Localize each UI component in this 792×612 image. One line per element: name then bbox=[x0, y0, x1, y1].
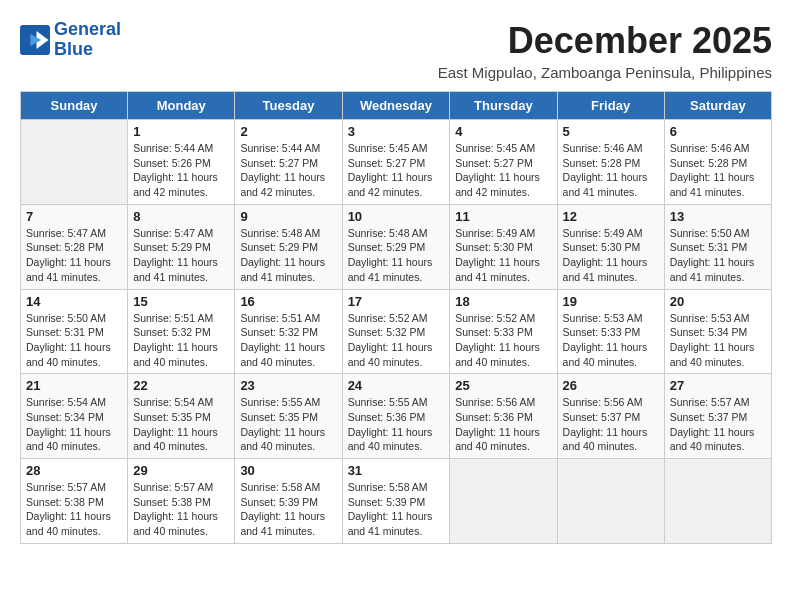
calendar-cell: 21Sunrise: 5:54 AM Sunset: 5:34 PM Dayli… bbox=[21, 374, 128, 459]
column-header-sunday: Sunday bbox=[21, 92, 128, 120]
day-info: Sunrise: 5:52 AM Sunset: 5:33 PM Dayligh… bbox=[455, 311, 551, 370]
day-number: 16 bbox=[240, 294, 336, 309]
calendar-table: SundayMondayTuesdayWednesdayThursdayFrid… bbox=[20, 91, 772, 544]
day-info: Sunrise: 5:57 AM Sunset: 5:38 PM Dayligh… bbox=[26, 480, 122, 539]
calendar-cell: 25Sunrise: 5:56 AM Sunset: 5:36 PM Dayli… bbox=[450, 374, 557, 459]
day-info: Sunrise: 5:51 AM Sunset: 5:32 PM Dayligh… bbox=[240, 311, 336, 370]
calendar-cell: 24Sunrise: 5:55 AM Sunset: 5:36 PM Dayli… bbox=[342, 374, 450, 459]
day-number: 1 bbox=[133, 124, 229, 139]
calendar-cell bbox=[21, 120, 128, 205]
day-info: Sunrise: 5:55 AM Sunset: 5:36 PM Dayligh… bbox=[348, 395, 445, 454]
calendar-cell: 7Sunrise: 5:47 AM Sunset: 5:28 PM Daylig… bbox=[21, 204, 128, 289]
day-number: 13 bbox=[670, 209, 766, 224]
day-info: Sunrise: 5:55 AM Sunset: 5:35 PM Dayligh… bbox=[240, 395, 336, 454]
day-number: 23 bbox=[240, 378, 336, 393]
day-number: 15 bbox=[133, 294, 229, 309]
day-info: Sunrise: 5:50 AM Sunset: 5:31 PM Dayligh… bbox=[26, 311, 122, 370]
calendar-cell: 10Sunrise: 5:48 AM Sunset: 5:29 PM Dayli… bbox=[342, 204, 450, 289]
day-info: Sunrise: 5:47 AM Sunset: 5:29 PM Dayligh… bbox=[133, 226, 229, 285]
calendar-cell: 11Sunrise: 5:49 AM Sunset: 5:30 PM Dayli… bbox=[450, 204, 557, 289]
calendar-cell: 15Sunrise: 5:51 AM Sunset: 5:32 PM Dayli… bbox=[128, 289, 235, 374]
day-info: Sunrise: 5:46 AM Sunset: 5:28 PM Dayligh… bbox=[670, 141, 766, 200]
day-info: Sunrise: 5:52 AM Sunset: 5:32 PM Dayligh… bbox=[348, 311, 445, 370]
day-number: 24 bbox=[348, 378, 445, 393]
day-number: 28 bbox=[26, 463, 122, 478]
calendar-cell bbox=[557, 459, 664, 544]
day-info: Sunrise: 5:48 AM Sunset: 5:29 PM Dayligh… bbox=[240, 226, 336, 285]
calendar-cell: 3Sunrise: 5:45 AM Sunset: 5:27 PM Daylig… bbox=[342, 120, 450, 205]
column-header-tuesday: Tuesday bbox=[235, 92, 342, 120]
day-info: Sunrise: 5:49 AM Sunset: 5:30 PM Dayligh… bbox=[563, 226, 659, 285]
logo-icon bbox=[20, 25, 50, 55]
day-number: 31 bbox=[348, 463, 445, 478]
calendar-cell: 1Sunrise: 5:44 AM Sunset: 5:26 PM Daylig… bbox=[128, 120, 235, 205]
calendar-cell bbox=[450, 459, 557, 544]
calendar-cell: 14Sunrise: 5:50 AM Sunset: 5:31 PM Dayli… bbox=[21, 289, 128, 374]
column-header-thursday: Thursday bbox=[450, 92, 557, 120]
calendar-cell: 8Sunrise: 5:47 AM Sunset: 5:29 PM Daylig… bbox=[128, 204, 235, 289]
column-header-monday: Monday bbox=[128, 92, 235, 120]
day-info: Sunrise: 5:54 AM Sunset: 5:35 PM Dayligh… bbox=[133, 395, 229, 454]
day-number: 6 bbox=[670, 124, 766, 139]
day-info: Sunrise: 5:58 AM Sunset: 5:39 PM Dayligh… bbox=[240, 480, 336, 539]
day-number: 2 bbox=[240, 124, 336, 139]
calendar-cell bbox=[664, 459, 771, 544]
day-info: Sunrise: 5:51 AM Sunset: 5:32 PM Dayligh… bbox=[133, 311, 229, 370]
day-info: Sunrise: 5:47 AM Sunset: 5:28 PM Dayligh… bbox=[26, 226, 122, 285]
calendar-cell: 31Sunrise: 5:58 AM Sunset: 5:39 PM Dayli… bbox=[342, 459, 450, 544]
calendar-cell: 16Sunrise: 5:51 AM Sunset: 5:32 PM Dayli… bbox=[235, 289, 342, 374]
day-number: 12 bbox=[563, 209, 659, 224]
day-number: 8 bbox=[133, 209, 229, 224]
calendar-cell: 23Sunrise: 5:55 AM Sunset: 5:35 PM Dayli… bbox=[235, 374, 342, 459]
calendar-cell: 2Sunrise: 5:44 AM Sunset: 5:27 PM Daylig… bbox=[235, 120, 342, 205]
column-header-friday: Friday bbox=[557, 92, 664, 120]
day-info: Sunrise: 5:48 AM Sunset: 5:29 PM Dayligh… bbox=[348, 226, 445, 285]
calendar-cell: 17Sunrise: 5:52 AM Sunset: 5:32 PM Dayli… bbox=[342, 289, 450, 374]
day-number: 21 bbox=[26, 378, 122, 393]
day-info: Sunrise: 5:53 AM Sunset: 5:33 PM Dayligh… bbox=[563, 311, 659, 370]
day-info: Sunrise: 5:54 AM Sunset: 5:34 PM Dayligh… bbox=[26, 395, 122, 454]
logo-text: General Blue bbox=[54, 20, 121, 60]
week-row-1: 1Sunrise: 5:44 AM Sunset: 5:26 PM Daylig… bbox=[21, 120, 772, 205]
logo: General Blue bbox=[20, 20, 121, 60]
day-info: Sunrise: 5:53 AM Sunset: 5:34 PM Dayligh… bbox=[670, 311, 766, 370]
day-number: 7 bbox=[26, 209, 122, 224]
day-number: 10 bbox=[348, 209, 445, 224]
day-number: 3 bbox=[348, 124, 445, 139]
day-number: 30 bbox=[240, 463, 336, 478]
calendar-header-row: SundayMondayTuesdayWednesdayThursdayFrid… bbox=[21, 92, 772, 120]
calendar-cell: 12Sunrise: 5:49 AM Sunset: 5:30 PM Dayli… bbox=[557, 204, 664, 289]
day-info: Sunrise: 5:46 AM Sunset: 5:28 PM Dayligh… bbox=[563, 141, 659, 200]
day-info: Sunrise: 5:49 AM Sunset: 5:30 PM Dayligh… bbox=[455, 226, 551, 285]
day-info: Sunrise: 5:44 AM Sunset: 5:26 PM Dayligh… bbox=[133, 141, 229, 200]
calendar-cell: 27Sunrise: 5:57 AM Sunset: 5:37 PM Dayli… bbox=[664, 374, 771, 459]
calendar-cell: 9Sunrise: 5:48 AM Sunset: 5:29 PM Daylig… bbox=[235, 204, 342, 289]
day-number: 22 bbox=[133, 378, 229, 393]
day-info: Sunrise: 5:44 AM Sunset: 5:27 PM Dayligh… bbox=[240, 141, 336, 200]
day-info: Sunrise: 5:57 AM Sunset: 5:37 PM Dayligh… bbox=[670, 395, 766, 454]
column-header-saturday: Saturday bbox=[664, 92, 771, 120]
day-number: 19 bbox=[563, 294, 659, 309]
calendar-cell: 29Sunrise: 5:57 AM Sunset: 5:38 PM Dayli… bbox=[128, 459, 235, 544]
calendar-cell: 28Sunrise: 5:57 AM Sunset: 5:38 PM Dayli… bbox=[21, 459, 128, 544]
calendar-cell: 6Sunrise: 5:46 AM Sunset: 5:28 PM Daylig… bbox=[664, 120, 771, 205]
day-number: 17 bbox=[348, 294, 445, 309]
calendar-cell: 20Sunrise: 5:53 AM Sunset: 5:34 PM Dayli… bbox=[664, 289, 771, 374]
calendar-cell: 26Sunrise: 5:56 AM Sunset: 5:37 PM Dayli… bbox=[557, 374, 664, 459]
day-number: 14 bbox=[26, 294, 122, 309]
location-title: East Migpulao, Zamboanga Peninsula, Phil… bbox=[438, 64, 772, 81]
calendar-cell: 4Sunrise: 5:45 AM Sunset: 5:27 PM Daylig… bbox=[450, 120, 557, 205]
day-info: Sunrise: 5:45 AM Sunset: 5:27 PM Dayligh… bbox=[455, 141, 551, 200]
month-title: December 2025 bbox=[438, 20, 772, 62]
week-row-3: 14Sunrise: 5:50 AM Sunset: 5:31 PM Dayli… bbox=[21, 289, 772, 374]
calendar-cell: 19Sunrise: 5:53 AM Sunset: 5:33 PM Dayli… bbox=[557, 289, 664, 374]
day-number: 4 bbox=[455, 124, 551, 139]
column-header-wednesday: Wednesday bbox=[342, 92, 450, 120]
day-info: Sunrise: 5:45 AM Sunset: 5:27 PM Dayligh… bbox=[348, 141, 445, 200]
day-number: 27 bbox=[670, 378, 766, 393]
day-number: 29 bbox=[133, 463, 229, 478]
day-number: 5 bbox=[563, 124, 659, 139]
day-info: Sunrise: 5:57 AM Sunset: 5:38 PM Dayligh… bbox=[133, 480, 229, 539]
week-row-4: 21Sunrise: 5:54 AM Sunset: 5:34 PM Dayli… bbox=[21, 374, 772, 459]
calendar-cell: 5Sunrise: 5:46 AM Sunset: 5:28 PM Daylig… bbox=[557, 120, 664, 205]
